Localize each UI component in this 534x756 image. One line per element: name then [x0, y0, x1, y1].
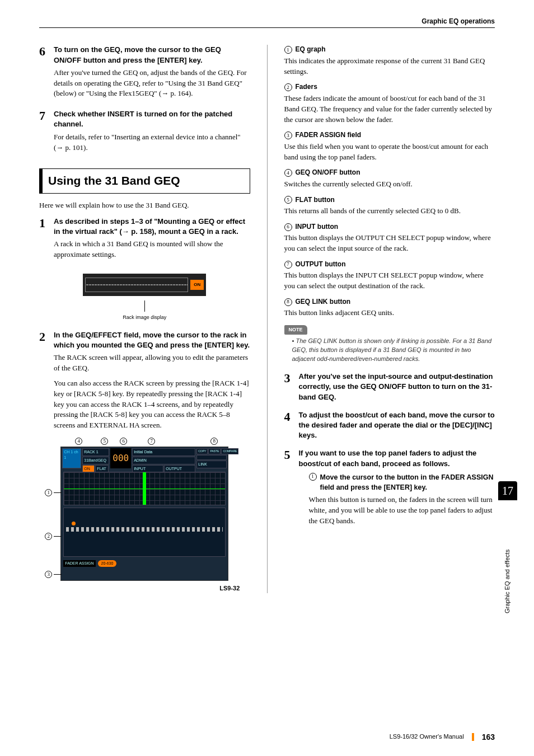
left-column: 6 To turn on the GEQ, move the cursor to… — [39, 45, 250, 593]
eq-graph-area — [63, 472, 226, 505]
desc-faders: 2Faders These faders indicate the amount… — [284, 82, 495, 125]
sub-step-1: 1 Move the cursor to the button in the F… — [309, 472, 495, 492]
desc-geq-onoff: 4GEQ ON/OFF button Switches the currentl… — [284, 168, 495, 189]
step-5: 5 If you want to use the top panel fader… — [284, 448, 495, 530]
desc-text: This button displays the INPUT CH SELECT… — [284, 270, 495, 292]
step-number: 4 — [284, 410, 299, 423]
rack-on-indicator: ON — [190, 280, 204, 290]
step-4: 4 To adjust the boost/cut of each band, … — [284, 410, 495, 443]
header-section: Graphic EQ operations — [39, 17, 495, 28]
step-title: In the GEQ/EFFECT field, move the cursor… — [54, 330, 250, 350]
step-title: After you've set the input-source and ou… — [299, 372, 495, 402]
model-label: LS9-32 — [44, 584, 245, 593]
desc-title: FADER ASSIGN field — [296, 130, 362, 140]
rack-image-display: ON — [83, 274, 206, 296]
desc-number: 5 — [284, 196, 292, 204]
note-text: • The GEQ LINK button is shown only if l… — [284, 335, 495, 364]
desc-number: 3 — [284, 132, 292, 139]
note-box: NOTE • The GEQ LINK button is shown only… — [284, 324, 495, 364]
desc-number: 1 — [284, 46, 292, 54]
step-title: To adjust the boost/cut of each band, mo… — [299, 410, 495, 441]
desc-number: 2 — [284, 83, 292, 91]
desc-output: 7OUTPUT button This button displays the … — [284, 260, 495, 292]
step-text: After you've turned the GEQ on, adjust t… — [54, 68, 250, 100]
sub-step-number: 1 — [309, 473, 317, 481]
desc-eq-graph: 1EQ graph This indicates the approximate… — [284, 45, 495, 77]
note-label: NOTE — [284, 325, 307, 335]
desc-text: This returns all bands of the currently … — [284, 206, 495, 217]
callout-circle: 6 — [120, 438, 127, 445]
callout-circle: 7 — [148, 438, 155, 445]
pointer-line — [144, 300, 145, 312]
scene-digits: 000 — [110, 448, 131, 468]
admin-label: ADMIN — [132, 457, 195, 464]
scene-title: Initial Data — [132, 448, 195, 456]
callout-circle: 3 — [45, 571, 52, 578]
chapter-side-label: Graphic EQ and effects — [498, 500, 517, 618]
copy-button: COPY — [196, 448, 208, 454]
link-button: LINK — [196, 461, 227, 468]
desc-title: FLAT button — [296, 195, 335, 205]
screenshot-rack-screen: CH 1 ch 1 RACK 1 31BandGEQ ON FLAT 000 I… — [60, 447, 228, 581]
paste-button: PASTE — [208, 448, 221, 454]
rack-label: RACK 1 — [82, 448, 109, 456]
selected-fader-icon — [72, 522, 76, 525]
step-number: 2 — [39, 330, 54, 343]
callout-circle: 2 — [45, 533, 52, 540]
callout-3: 3 — [45, 571, 62, 578]
desc-title: Faders — [296, 82, 317, 92]
callout-circle: 4 — [75, 438, 82, 445]
callout-2: 2 — [45, 533, 62, 540]
callout-1: 1 — [45, 489, 62, 496]
sub-step-title: Move the cursor to the button in the FAD… — [320, 472, 495, 492]
desc-title: EQ graph — [296, 45, 326, 54]
step-number: 7 — [39, 109, 54, 122]
desc-text: This button displays the OUTPUT CH SELEC… — [284, 233, 495, 254]
step-number: 1 — [39, 217, 54, 229]
step-title: As described in steps 1–3 of "Mounting a… — [54, 217, 250, 237]
callout-line — [54, 574, 62, 575]
desc-title: OUTPUT button — [296, 260, 346, 269]
step-title: Check whether INSERT is turned on for th… — [54, 109, 250, 129]
desc-title: GEQ LINK button — [296, 297, 351, 307]
chapter-tab: 17 — [498, 481, 517, 500]
desc-input: 6INPUT button This button displays the O… — [284, 222, 495, 254]
step-6: 6 To turn on the GEQ, move the cursor to… — [39, 45, 250, 104]
step-text: A rack in which a 31 Band GEQ is mounted… — [54, 239, 250, 260]
desc-title: INPUT button — [296, 222, 339, 232]
rack-caption-text: Rack image display — [123, 314, 166, 320]
rack-thumb — [196, 455, 227, 460]
callout-circle: 1 — [45, 489, 52, 496]
desc-text: These faders indicate the amount of boos… — [284, 93, 495, 125]
ch-label: CH 1 ch 1 — [62, 448, 81, 468]
desc-fader-assign: 3FADER ASSIGN field Use this field when … — [284, 130, 495, 162]
callout-line — [54, 536, 62, 537]
fader-assign-range: 20-630 — [98, 560, 117, 567]
step-title: If you want to use the top panel faders … — [299, 448, 495, 468]
desc-text: Switches the currently selected GEQ on/o… — [284, 179, 495, 190]
callout-circle: 8 — [210, 438, 218, 445]
callout-line — [54, 492, 62, 493]
page-number: 163 — [482, 731, 495, 743]
step-title: To turn on the GEQ, move the cursor to t… — [54, 45, 250, 65]
desc-text: Use this field when you want to operate … — [284, 142, 495, 163]
desc-number: 6 — [284, 223, 292, 231]
section-intro: Here we will explain how to use the 31 B… — [39, 200, 250, 211]
step-text: You can also access the RACK screen by p… — [54, 378, 250, 431]
column-divider — [267, 45, 268, 593]
fader-knobs — [66, 527, 223, 532]
section-heading: Using the 31 Band GEQ — [39, 168, 250, 193]
step-number: 6 — [39, 45, 54, 58]
geq-type-label: 31BandGEQ — [82, 457, 109, 464]
page-footer: LS9-16/32 Owner's Manual 163 — [39, 731, 495, 743]
step-number: 5 — [284, 448, 299, 461]
step-7: 7 Check whether INSERT is turned on for … — [39, 109, 250, 157]
step-2: 2 In the GEQ/EFFECT field, move the curs… — [39, 330, 250, 435]
step-1: 1 As described in steps 1–3 of "Mounting… — [39, 217, 250, 265]
desc-number: 8 — [284, 298, 292, 306]
right-column: 1EQ graph This indicates the approximate… — [284, 45, 495, 593]
desc-text: This button links adjacent GEQ units. — [284, 308, 495, 318]
rack-eq-graphic — [85, 278, 188, 292]
desc-number: 7 — [284, 261, 292, 269]
desc-flat: 5FLAT button This returns all bands of t… — [284, 195, 495, 217]
